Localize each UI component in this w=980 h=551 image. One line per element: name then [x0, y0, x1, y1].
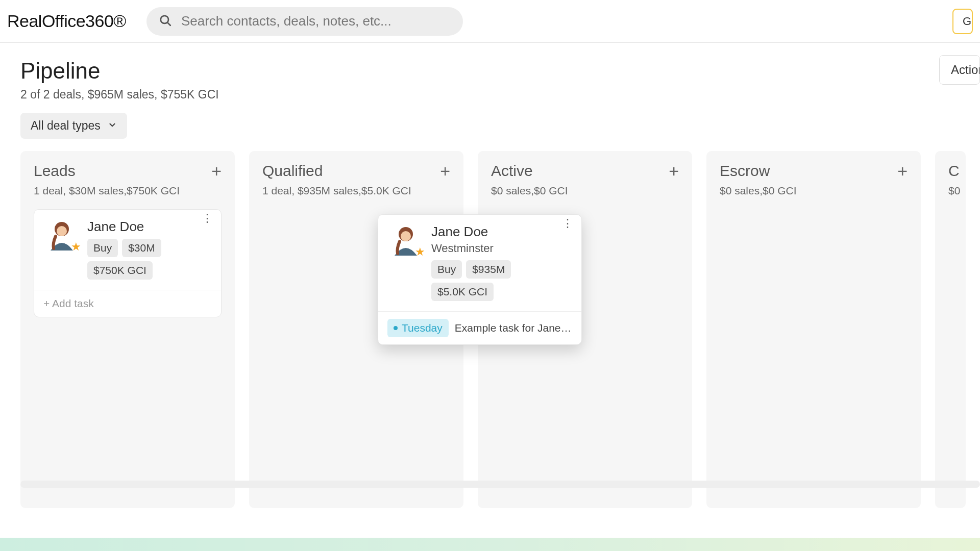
dot-icon [394, 326, 398, 330]
page-title: Pipeline [20, 58, 960, 84]
svg-line-1 [167, 22, 170, 25]
top-bar: RealOffice360® Get started [0, 0, 980, 43]
svg-point-3 [57, 226, 67, 236]
column-next: C $0 [935, 151, 966, 508]
cta-button[interactable]: Get started [952, 9, 973, 34]
column-stats: 1 deal, $30M sales,$750K GCI [34, 185, 222, 197]
filter-label: All deal types [31, 119, 101, 133]
column-title: Escrow [720, 162, 770, 180]
deal-contact-name: Jane Doe [431, 224, 570, 240]
star-icon: ★ [71, 240, 81, 254]
column-leads: Leads + 1 deal, $30M sales,$750K GCI ⋮ ★… [20, 151, 235, 508]
avatar: ★ [45, 219, 78, 252]
card-menu-button[interactable]: ⋮ [202, 217, 213, 220]
column-title: C [948, 162, 960, 180]
search-icon [159, 14, 172, 29]
column-title: Leads [34, 162, 76, 180]
footer-gradient [0, 538, 980, 551]
svg-point-5 [401, 231, 411, 241]
search-input[interactable] [181, 13, 451, 29]
column-stats: $0 [948, 185, 952, 197]
avatar: ★ [389, 224, 422, 257]
deal-type-tag: Buy [431, 260, 462, 279]
add-deal-button[interactable]: + [211, 162, 222, 180]
task-day-chip[interactable]: Tuesday [387, 319, 449, 337]
content-area: Pipeline 2 of 2 deals, $965M sales, $755… [0, 43, 980, 508]
card-menu-button[interactable]: ⋮ [562, 222, 573, 225]
deal-card[interactable]: ⋮ ★ Jane Doe Buy $30M $750K GCI [34, 209, 222, 317]
search-box[interactable] [146, 7, 463, 36]
chevron-down-icon [108, 119, 117, 133]
column-title: Active [491, 162, 533, 180]
add-deal-button[interactable]: + [669, 162, 679, 180]
add-deal-button[interactable]: + [440, 162, 450, 180]
column-stats: $0 sales,$0 GCI [720, 185, 908, 197]
column-stats: $0 sales,$0 GCI [491, 185, 679, 197]
add-deal-button[interactable]: + [897, 162, 908, 180]
deal-gci-tag: $750K GCI [87, 261, 153, 280]
deal-contact-name: Jane Doe [87, 219, 210, 235]
column-title: Qualified [262, 162, 323, 180]
deal-amount-tag: $30M [122, 239, 161, 257]
page-subtitle: 2 of 2 deals, $965M sales, $755K GCI [20, 88, 960, 102]
actions-button[interactable]: Actions [939, 55, 980, 85]
pipeline-board: Leads + 1 deal, $30M sales,$750K GCI ⋮ ★… [20, 151, 960, 508]
app-logo: RealOffice360® [7, 11, 126, 31]
deal-gci-tag: $5.0K GCI [431, 283, 494, 301]
deal-amount-tag: $935M [466, 260, 511, 279]
horizontal-scrollbar[interactable] [20, 481, 980, 488]
star-icon: ★ [415, 245, 425, 259]
deal-type-tag: Buy [87, 239, 118, 257]
task-day-label: Tuesday [402, 322, 443, 334]
deal-card-dragging[interactable]: ⋮ ★ Jane Doe Westminster Buy $935M $5.0K… [378, 214, 582, 345]
deal-location: Westminster [431, 242, 570, 255]
column-escrow: Escrow + $0 sales,$0 GCI [706, 151, 921, 508]
add-task-button[interactable]: + Add task [43, 297, 94, 310]
task-text[interactable]: Example task for Jane ... [455, 322, 572, 334]
deal-type-filter[interactable]: All deal types [20, 113, 127, 139]
column-stats: 1 deal, $935M sales,$5.0K GCI [262, 185, 450, 197]
